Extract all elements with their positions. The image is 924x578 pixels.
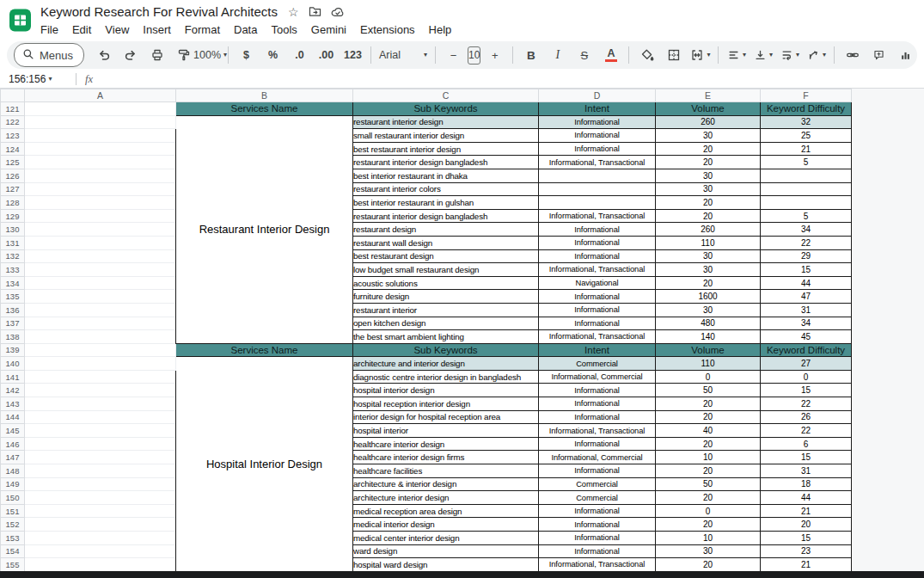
cell-D125[interactable]: Informational, Transactional xyxy=(539,156,656,169)
cell-D134[interactable]: Navigational xyxy=(539,276,656,290)
cell-E123[interactable]: 30 xyxy=(656,129,761,143)
cell-A140[interactable] xyxy=(25,357,176,371)
cell-F141[interactable]: 0 xyxy=(761,370,852,384)
cell-D141[interactable]: Informational, Commercial xyxy=(539,370,656,384)
cell-A124[interactable] xyxy=(25,142,176,156)
cell-F127[interactable] xyxy=(761,182,852,196)
cell-C150[interactable]: architecture interior design xyxy=(353,491,539,505)
cell-D145[interactable]: Informational, Transactional xyxy=(539,424,656,438)
decrease-decimal-button[interactable]: .0 xyxy=(287,45,312,65)
cell-A131[interactable] xyxy=(25,236,176,249)
cell-E130[interactable]: 260 xyxy=(656,223,761,237)
insert-chart-button[interactable] xyxy=(893,45,917,65)
cell-D146[interactable]: Informational xyxy=(539,437,656,451)
cell-D147[interactable]: Informational, Commercial xyxy=(539,451,656,464)
cell-F142[interactable]: 15 xyxy=(761,384,852,397)
menus-search-button[interactable]: Menus xyxy=(14,43,84,67)
menu-insert[interactable]: Insert xyxy=(136,23,178,36)
cell-D131[interactable]: Informational xyxy=(539,236,656,249)
cell-B121[interactable]: Services Name xyxy=(176,102,353,116)
select-all-corner[interactable] xyxy=(1,89,25,102)
italic-button[interactable]: I xyxy=(545,45,570,65)
cell-A122[interactable] xyxy=(25,115,176,129)
cell-F137[interactable]: 34 xyxy=(761,317,852,330)
cell-A153[interactable] xyxy=(25,532,176,545)
cell-F153[interactable]: 15 xyxy=(761,532,852,545)
cell-E141[interactable]: 0 xyxy=(656,370,761,384)
row-header-125[interactable]: 125 xyxy=(1,156,25,169)
cell-E154[interactable]: 30 xyxy=(656,544,761,558)
cell-A155[interactable] xyxy=(25,558,176,572)
font-family-select[interactable]: Arial ▾ xyxy=(376,45,430,65)
cell-E137[interactable]: 480 xyxy=(656,317,761,330)
cell-A129[interactable] xyxy=(25,209,176,223)
cell-F154[interactable]: 23 xyxy=(761,544,852,558)
cell-E146[interactable]: 20 xyxy=(656,437,761,451)
cell-E124[interactable]: 20 xyxy=(656,142,761,156)
row-header-139[interactable]: 139 xyxy=(1,343,25,357)
cell-D121[interactable]: Intent xyxy=(539,102,656,116)
cell-D148[interactable]: Informational xyxy=(539,464,656,478)
row-header-131[interactable]: 131 xyxy=(1,236,25,249)
borders-button[interactable] xyxy=(661,45,686,65)
cell-E132[interactable]: 30 xyxy=(656,249,761,263)
menu-extensions[interactable]: Extensions xyxy=(353,23,422,36)
cell-F132[interactable]: 29 xyxy=(761,249,852,263)
merge-cells-button[interactable]: ▾ xyxy=(688,45,713,65)
cell-F147[interactable]: 15 xyxy=(761,451,852,464)
text-color-button[interactable]: A xyxy=(598,45,623,65)
cell-F143[interactable]: 22 xyxy=(761,397,852,411)
cell-E149[interactable]: 50 xyxy=(656,477,761,491)
cell-E148[interactable]: 20 xyxy=(656,464,761,478)
cell-A136[interactable] xyxy=(25,303,176,317)
row-header-143[interactable]: 143 xyxy=(1,397,25,411)
cell-A141[interactable] xyxy=(25,370,176,384)
row-header-134[interactable]: 134 xyxy=(1,276,25,290)
increase-font-size-button[interactable]: + xyxy=(482,45,507,65)
cell-F145[interactable]: 22 xyxy=(761,424,852,438)
cell-A121[interactable] xyxy=(25,102,176,116)
cell-E121[interactable]: Volume xyxy=(656,102,761,116)
cell-E145[interactable]: 40 xyxy=(656,424,761,438)
insert-link-button[interactable] xyxy=(840,45,865,65)
cell-C152[interactable]: medical interior design xyxy=(353,518,539,532)
cell-D152[interactable]: Informational xyxy=(539,518,656,532)
cell-D130[interactable]: Informational xyxy=(539,223,656,237)
cell-B122-merged-service-name[interactable]: Restaurant Interior Design xyxy=(176,115,353,343)
cell-F125[interactable]: 5 xyxy=(761,156,852,169)
cell-F129[interactable]: 5 xyxy=(761,209,852,223)
column-header-F[interactable]: F xyxy=(761,89,852,102)
cell-E150[interactable]: 20 xyxy=(656,491,761,505)
cell-F124[interactable]: 21 xyxy=(761,142,852,156)
cell-E142[interactable]: 50 xyxy=(656,384,761,397)
cell-A148[interactable] xyxy=(25,464,176,478)
cell-A135[interactable] xyxy=(25,290,176,304)
cell-A142[interactable] xyxy=(25,384,176,397)
cell-A134[interactable] xyxy=(25,276,176,290)
cell-A132[interactable] xyxy=(25,249,176,263)
cell-E138[interactable]: 140 xyxy=(656,330,761,344)
text-wrap-button[interactable]: ▾ xyxy=(777,45,802,65)
row-header-150[interactable]: 150 xyxy=(1,491,25,505)
cell-E134[interactable]: 20 xyxy=(656,276,761,290)
row-header-127[interactable]: 127 xyxy=(1,182,25,196)
undo-button[interactable] xyxy=(91,45,116,65)
row-header-145[interactable]: 145 xyxy=(1,424,25,438)
cell-D151[interactable]: Informational xyxy=(539,504,656,518)
cell-C128[interactable]: best interior restaurant in gulshan xyxy=(353,196,539,210)
cell-C147[interactable]: healthcare interior design firms xyxy=(353,451,539,464)
row-header-121[interactable]: 121 xyxy=(1,102,25,116)
row-header-138[interactable]: 138 xyxy=(1,330,25,344)
menu-view[interactable]: View xyxy=(98,23,136,36)
font-size-input[interactable]: 10 xyxy=(468,46,480,65)
row-header-122[interactable]: 122 xyxy=(1,115,25,129)
percent-format-button[interactable]: % xyxy=(260,45,285,65)
row-header-124[interactable]: 124 xyxy=(1,142,25,156)
cell-E131[interactable]: 110 xyxy=(656,236,761,249)
cell-D139[interactable]: Intent xyxy=(539,343,656,357)
cell-F133[interactable]: 15 xyxy=(761,263,852,277)
row-header-152[interactable]: 152 xyxy=(1,518,25,532)
cell-C127[interactable]: restaurant interior colors xyxy=(353,182,539,196)
cell-B140-merged-service-name[interactable]: Hospital Interior Design xyxy=(176,357,353,572)
cell-C125[interactable]: restaurant interior design bangladesh xyxy=(353,156,539,169)
